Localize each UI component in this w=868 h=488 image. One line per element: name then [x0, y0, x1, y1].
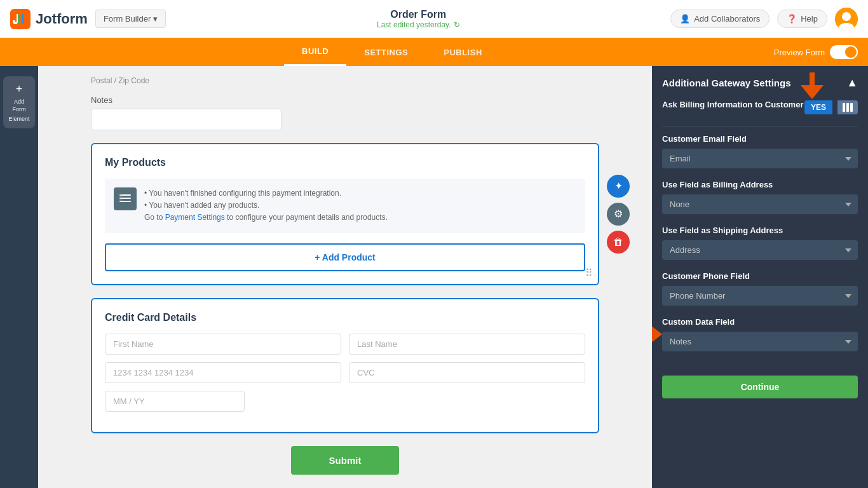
phone-field-section: Customer Phone Field Phone Number [662, 271, 858, 306]
page-title: Order Form [377, 9, 460, 20]
divider-1 [662, 126, 858, 126]
phone-field-select[interactable]: Phone Number [662, 286, 858, 306]
custom-data-section: Custom Data Field Notes [662, 317, 858, 351]
products-section: My Products • You haven't finished confi… [91, 143, 599, 285]
cc-cvc-input[interactable] [349, 362, 585, 383]
svg-point-4 [842, 12, 851, 21]
user-icon: 👤 [680, 14, 690, 24]
logo: Jotform [10, 9, 88, 29]
toggle-knob [845, 46, 857, 58]
header-right: 👤 Add Collaborators ❓ Help [670, 8, 858, 30]
billing-section: Ask Billing Information to Customer YES [662, 100, 858, 114]
down-arrow-indicator [801, 72, 824, 99]
right-panel: Additional Gateway Settings ▲ Ask Billin… [652, 66, 868, 488]
add-product-button[interactable]: + Add Product [105, 243, 585, 271]
jotform-logo-icon [10, 9, 31, 29]
form-builder-button[interactable]: Form Builder ▾ [95, 10, 166, 28]
add-element-label: Add Form [8, 98, 30, 113]
preview-form-area: Preview Form [774, 45, 858, 59]
avatar[interactable] [835, 8, 858, 30]
custom-data-select[interactable]: Notes [662, 332, 858, 351]
plus-icon: + [16, 83, 23, 96]
list-icon [114, 187, 137, 210]
billing-toggle[interactable]: YES [804, 100, 858, 114]
add-collaborators-button[interactable]: 👤 Add Collaborators [670, 10, 770, 28]
tab-publish[interactable]: PUBLISH [426, 38, 500, 66]
help-button[interactable]: ❓ Help [777, 10, 827, 28]
custom-data-label: Custom Data Field [662, 317, 858, 327]
shipping-address-section: Use Field as Shipping Address Address [662, 226, 858, 260]
payment-settings-link[interactable]: Payment Settings [165, 213, 225, 222]
panel-title-text: Additional Gateway Settings [662, 78, 791, 88]
billing-address-label: Use Field as Billing Address [662, 180, 858, 189]
credit-card-section: Credit Card Details [91, 298, 599, 433]
float-buttons: ✦ ⚙ 🗑 [607, 175, 630, 254]
cc-title: Credit Card Details [105, 312, 585, 323]
tab-settings[interactable]: SETTINGS [346, 38, 426, 66]
arrow-shaft-down [810, 72, 815, 85]
preview-form-label: Preview Form [774, 48, 825, 57]
shipping-address-label: Use Field as Shipping Address [662, 226, 858, 235]
drag-handle-icon: ⠿ [585, 267, 593, 279]
toggle-bars [837, 100, 858, 114]
tab-build[interactable]: BUILD [284, 38, 346, 66]
settings-button[interactable]: ⚙ [607, 203, 630, 226]
left-sidebar: + Add Form Element [0, 66, 38, 488]
add-form-element-button[interactable]: + Add Form Element [3, 76, 35, 128]
cc-lastname-input[interactable] [349, 334, 585, 355]
yes-badge: YES [804, 100, 832, 114]
last-edited-label: Last edited yesterday. ↻ [377, 20, 460, 29]
form-builder-label: Form Builder [104, 14, 151, 24]
magic-button[interactable]: ✦ [607, 175, 630, 198]
cc-date-row [105, 391, 585, 412]
element-label: Element [8, 116, 29, 122]
arrow-head-down [801, 85, 824, 99]
phone-field-label: Customer Phone Field [662, 271, 858, 281]
notes-input[interactable] [91, 109, 281, 130]
arrow-head-right [652, 325, 662, 343]
cc-firstname-input[interactable] [105, 334, 341, 355]
delete-button[interactable]: 🗑 [607, 231, 630, 254]
billing-address-section: Use Field as Billing Address None [662, 180, 858, 214]
notes-label: Notes [91, 95, 599, 105]
billing-label: Ask Billing Information to Customer [662, 100, 803, 109]
collapse-icon[interactable]: ▲ [846, 76, 858, 90]
preview-toggle[interactable] [830, 45, 858, 59]
svg-rect-2 [22, 14, 24, 24]
postal-label: Postal / Zip Code [91, 76, 599, 85]
email-field-section: Customer Email Field Email [662, 134, 858, 168]
header-center: Order Form Last edited yesterday. ↻ [377, 9, 460, 29]
cc-number-row [105, 362, 585, 383]
svg-rect-9 [119, 194, 122, 202]
form-content: Postal / Zip Code Notes My Products [65, 66, 625, 485]
panel-title-area: Additional Gateway Settings ▲ [662, 76, 858, 90]
header-left: Jotform Form Builder ▾ [10, 9, 166, 29]
products-title: My Products [105, 157, 585, 168]
navbar: BUILD SETTINGS PUBLISH Preview Form [0, 38, 868, 66]
logo-text: Jotform [36, 11, 88, 27]
main-area: + Add Form Element Postal / Zip Code Not… [0, 66, 868, 488]
chevron-down-icon: ▾ [153, 14, 158, 24]
header: Jotform Form Builder ▾ Order Form Last e… [0, 0, 868, 38]
email-field-select[interactable]: Email [662, 149, 858, 168]
submit-button[interactable]: Submit [291, 446, 400, 475]
help-icon: ❓ [787, 14, 797, 24]
refresh-icon: ↻ [454, 20, 460, 29]
nav-tabs: BUILD SETTINGS PUBLISH [10, 38, 774, 66]
notice-text: • You haven't finished configuring this … [144, 187, 388, 224]
cc-date-input[interactable] [105, 391, 245, 412]
notes-field-group: Notes [91, 95, 599, 130]
cc-number-input[interactable] [105, 362, 341, 383]
continue-button[interactable]: Continue [662, 376, 858, 398]
form-area: Postal / Zip Code Notes My Products [38, 66, 652, 488]
products-notice: • You haven't finished configuring this … [105, 179, 585, 233]
email-field-label: Customer Email Field [662, 134, 858, 144]
svg-rect-1 [18, 14, 20, 24]
billing-address-select[interactable]: None [662, 194, 858, 214]
right-arrow-indicator [652, 325, 662, 343]
cc-name-row [105, 334, 585, 355]
shipping-address-select[interactable]: Address [662, 240, 858, 260]
